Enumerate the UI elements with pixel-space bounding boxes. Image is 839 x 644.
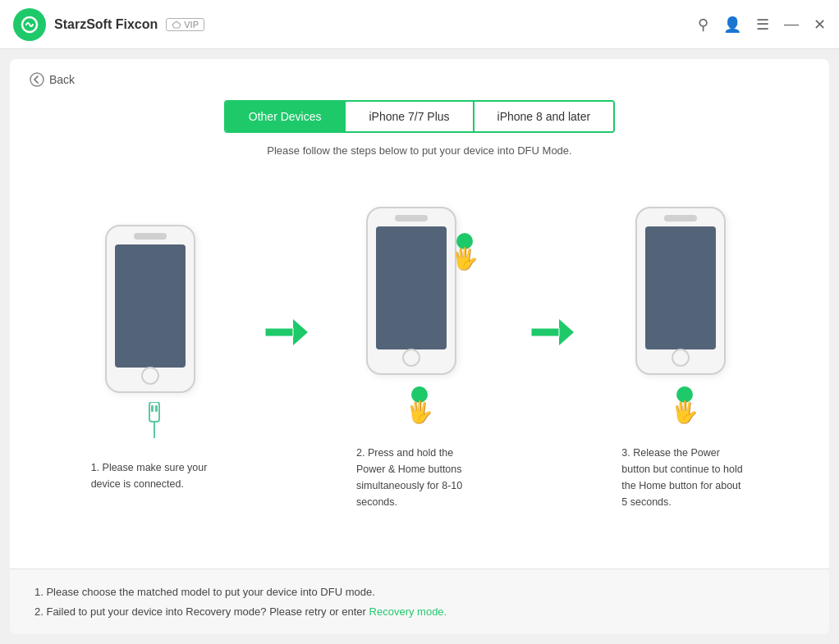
step-3: 🖐 3. Release the Power button but contin… xyxy=(574,207,796,510)
step-1-phone xyxy=(105,225,204,405)
step-2-phone: 🖐 🖐 xyxy=(366,207,473,387)
step-2-desc: 2. Press and hold the Power & Home butto… xyxy=(350,445,489,510)
svg-point-2 xyxy=(30,73,44,86)
phone-home-3 xyxy=(672,349,690,367)
svg-rect-7 xyxy=(265,328,293,336)
recovery-mode-link[interactable]: Recovery mode. xyxy=(369,605,447,618)
step-3-phone: 🖐 xyxy=(635,207,734,387)
phone-screen-2 xyxy=(376,226,447,349)
step-1: 1. Please make sure your device is conne… xyxy=(43,225,265,492)
headset-icon[interactable]: ⚲ xyxy=(698,16,708,34)
main-content: Back Other Devices iPhone 7/7 Plus iPhon… xyxy=(10,59,829,634)
tab-iphone-7[interactable]: iPhone 7/7 Plus xyxy=(346,102,474,131)
arrow-1 xyxy=(265,319,308,349)
svg-rect-4 xyxy=(151,405,154,412)
titlebar: StarzSoft Fixcon VIP ⚲ 👤 ☰ — ✕ xyxy=(0,0,839,49)
phone-home-2 xyxy=(402,349,420,367)
minimize-button[interactable]: — xyxy=(784,16,799,33)
user-icon[interactable]: 👤 xyxy=(723,16,741,34)
phone-body-1 xyxy=(105,225,195,393)
svg-rect-10 xyxy=(531,328,559,336)
back-arrow-icon xyxy=(30,72,44,87)
svg-marker-1 xyxy=(172,21,181,28)
app-logo xyxy=(13,8,46,41)
phone-home-1 xyxy=(141,367,159,385)
arrow-2 xyxy=(531,319,574,349)
svg-rect-3 xyxy=(149,402,159,422)
home-press-indicator: 🖐 xyxy=(406,386,433,425)
bottom-info-line1: 1. Please choose the matched model to pu… xyxy=(34,582,805,601)
app-title: StarzSoft Fixcon xyxy=(54,17,158,32)
phone-notch-2 xyxy=(395,215,428,222)
phone-screen-1 xyxy=(115,244,186,368)
usb-cable xyxy=(143,402,166,441)
tab-iphone-8[interactable]: iPhone 8 and later xyxy=(475,102,614,131)
back-button[interactable]: Back xyxy=(10,59,94,94)
phone-screen-3 xyxy=(645,226,716,349)
step-1-desc: 1. Please make sure your device is conne… xyxy=(85,459,224,492)
phone-body-2: 🖐 xyxy=(366,207,456,375)
phone-body-3 xyxy=(635,207,726,375)
phone-notch-3 xyxy=(664,215,697,222)
device-tabs: Other Devices iPhone 7/7 Plus iPhone 8 a… xyxy=(224,100,615,133)
back-label: Back xyxy=(49,73,75,86)
svg-marker-11 xyxy=(559,319,574,345)
window-controls: ⚲ 👤 ☰ — ✕ xyxy=(698,16,826,34)
svg-rect-5 xyxy=(155,405,158,412)
bottom-info-line2: 2. Failed to put your device into Recove… xyxy=(34,602,805,621)
step-3-desc: 3. Release the Power button but continue… xyxy=(615,445,754,510)
power-press-indicator: 🖐 xyxy=(452,233,478,272)
menu-icon[interactable]: ☰ xyxy=(756,16,769,34)
close-button[interactable]: ✕ xyxy=(814,16,826,34)
svg-marker-8 xyxy=(293,319,308,345)
steps-area: 1. Please make sure your device is conne… xyxy=(10,157,829,569)
bottom-info-bar: 1. Please choose the matched model to pu… xyxy=(10,569,829,634)
home-only-press-indicator: 🖐 xyxy=(672,386,698,425)
tabs-container: Other Devices iPhone 7/7 Plus iPhone 8 a… xyxy=(10,100,829,133)
bottom-info-line2-prefix: 2. Failed to put your device into Recove… xyxy=(34,605,369,618)
phone-notch-1 xyxy=(134,233,167,240)
tab-other-devices[interactable]: Other Devices xyxy=(226,102,346,131)
vip-badge: VIP xyxy=(166,18,204,31)
dfu-subtitle: Please follow the steps below to put you… xyxy=(10,144,829,157)
step-2: 🖐 🖐 2. Press and hold the Power & Home b… xyxy=(308,207,530,510)
